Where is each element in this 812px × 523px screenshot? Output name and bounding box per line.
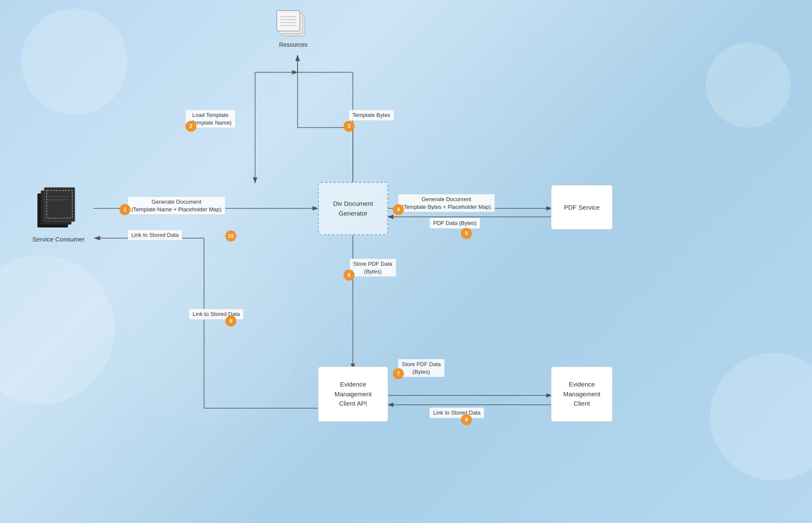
div-doc-generator-box: Div DocumentGenerator bbox=[318, 182, 388, 235]
badge-1: 1 bbox=[119, 204, 131, 215]
evidence-mgmt-client-label: EvidenceManagementClient bbox=[563, 380, 601, 409]
resources-node: Resources bbox=[274, 6, 312, 48]
pdf-service-box: PDF Service bbox=[551, 185, 613, 230]
svg-rect-19 bbox=[44, 188, 75, 222]
arrow-label-10: Link to Stored Data bbox=[128, 230, 182, 241]
arrow-label-8-text: Link to Stored Data bbox=[433, 409, 480, 416]
badge-3: 3 bbox=[344, 121, 355, 132]
div-doc-generator-label: Div DocumentGenerator bbox=[333, 199, 373, 218]
badge-4: 4 bbox=[393, 204, 404, 215]
arrow-label-4-text: Generate Document(Template Bytes + Place… bbox=[402, 196, 491, 210]
badge-2: 2 bbox=[185, 121, 196, 132]
evidence-mgmt-api-label: EvidenceManagementClient API bbox=[335, 380, 372, 409]
arrow-label-8: Link to Stored Data bbox=[429, 407, 484, 418]
badge-10: 10 bbox=[225, 230, 236, 242]
svg-rect-12 bbox=[277, 11, 300, 31]
evidence-mgmt-client-box: EvidenceManagementClient bbox=[551, 367, 613, 422]
badge-9: 9 bbox=[225, 316, 236, 327]
service-consumer-node: Service Consumer bbox=[23, 187, 94, 243]
arrow-label-4: Generate Document(Template Bytes + Place… bbox=[398, 194, 495, 212]
resources-label: Resources bbox=[279, 41, 308, 48]
badge-7: 7 bbox=[393, 368, 404, 379]
arrow-label-5: PDF Data (Bytes) bbox=[429, 218, 480, 229]
evidence-mgmt-api-box: EvidenceManagementClient API bbox=[318, 367, 388, 422]
service-consumer-label: Service Consumer bbox=[32, 236, 85, 243]
arrow-label-1-text: Generate Document(Template Name + Placeh… bbox=[131, 199, 221, 213]
arrow-label-3-text: Template Bytes bbox=[352, 112, 390, 118]
arrow-label-5-text: PDF Data (Bytes) bbox=[433, 220, 477, 226]
badge-8: 8 bbox=[461, 414, 472, 425]
badge-5: 5 bbox=[461, 228, 472, 239]
arrow-label-7-text: Store PDF Data(Bytes) bbox=[402, 361, 441, 375]
arrow-label-10-text: Link to Stored Data bbox=[131, 232, 179, 238]
arrow-label-6: Store PDF Data(Bytes) bbox=[349, 259, 396, 277]
arrow-label-1: Generate Document(Template Name + Placeh… bbox=[128, 196, 225, 215]
arrow-label-6-text: Store PDF Data(Bytes) bbox=[353, 261, 392, 275]
pdf-service-label: PDF Service bbox=[564, 203, 599, 212]
arrow-label-7: Store PDF Data(Bytes) bbox=[398, 359, 445, 377]
arrow-label-3: Template Bytes bbox=[349, 110, 394, 121]
badge-6: 6 bbox=[344, 270, 355, 281]
